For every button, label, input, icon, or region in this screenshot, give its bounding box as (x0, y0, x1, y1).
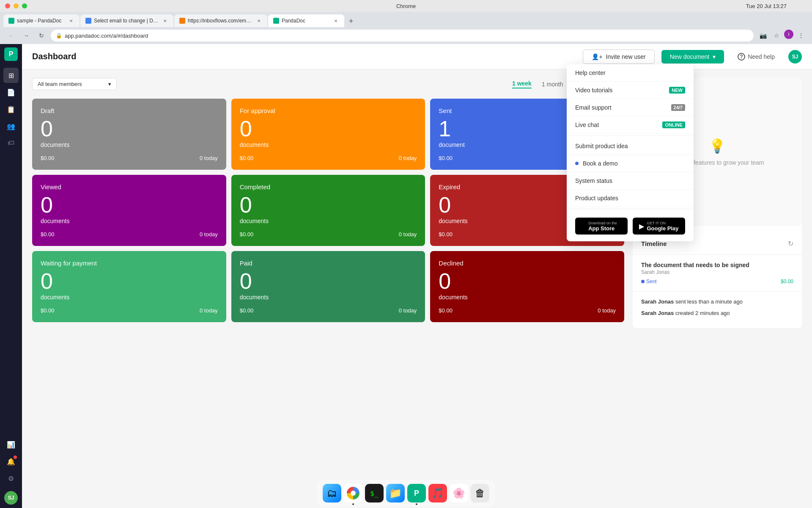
card-waiting-unit: documents (41, 294, 218, 301)
card-completed-today: 0 today (399, 231, 417, 237)
live-chat-label: Live chat (575, 121, 658, 128)
timeline-refresh-icon[interactable]: ↻ (788, 240, 793, 248)
card-viewed-title: Viewed (41, 183, 218, 190)
sidebar-item-reports[interactable]: 📊 (3, 437, 19, 452)
new-doc-label: New document (670, 53, 709, 60)
dock-chrome-icon[interactable] (344, 484, 362, 502)
url-bar[interactable]: 🔒 app.pandadoc.com/a/#/dashboard (51, 30, 754, 41)
close-button[interactable] (5, 3, 10, 8)
new-tab-button[interactable]: + (345, 15, 357, 27)
card-paid-count: 0 (240, 270, 417, 292)
stat-card-declined[interactable]: Declined 0 documents $0.00 0 today (430, 251, 624, 322)
sidebar-item-contacts[interactable]: 👥 (3, 119, 19, 134)
app-logo[interactable]: P (4, 47, 18, 61)
time-filter-1week[interactable]: 1 week (512, 80, 532, 88)
card-draft-title: Draft (41, 107, 218, 114)
email-support-item[interactable]: Email support 24/7 (567, 99, 694, 116)
settings-icon: ⚙ (8, 475, 14, 483)
stat-card-paid[interactable]: Paid 0 documents $0.00 0 today (231, 251, 425, 322)
submit-idea-item[interactable]: Submit product idea (567, 138, 694, 155)
tab-1-close[interactable]: ✕ (68, 17, 74, 24)
email-support-badge: 24/7 (671, 104, 685, 111)
card-waiting-today: 0 today (200, 307, 218, 314)
tab-3[interactable]: https://inboxflows.com/emails/... ✕ (174, 14, 267, 27)
tab-3-close[interactable]: ✕ (255, 17, 262, 24)
invite-user-button[interactable]: 👤+ Invite new user (583, 50, 654, 64)
reload-button[interactable]: ↻ (36, 30, 47, 41)
user-profile-icon[interactable]: I (784, 30, 793, 39)
back-button[interactable]: ← (5, 30, 17, 41)
dock-finder-icon[interactable]: 🗂 (323, 484, 341, 502)
dock-pandadoc-icon[interactable]: P (407, 484, 426, 502)
card-draft-today: 0 today (200, 155, 218, 161)
tab-1-label: sample - PandaDoc (17, 18, 65, 24)
card-approval-amount: $0.00 (240, 155, 254, 161)
user-plus-icon: 👤+ (592, 53, 602, 60)
sidebar-item-catalog[interactable]: 🏷 (3, 135, 19, 151)
card-declined-count: 0 (439, 270, 616, 292)
mac-dock: 🗂 $_ 📁 P 🎵 🌸 🗑 (317, 480, 495, 506)
video-tutorials-badge: NEW (669, 87, 685, 94)
filter-bar: All team members ▾ 1 week 1 month 3 mont… (32, 78, 624, 90)
product-updates-item[interactable]: Product updates (567, 190, 694, 207)
screenshot-icon[interactable]: 📷 (757, 30, 769, 41)
sidebar-item-settings[interactable]: ⚙ (3, 471, 19, 486)
maximize-button[interactable] (22, 3, 27, 8)
sidebar-item-documents[interactable]: 📄 (3, 85, 19, 100)
time-filter-1month[interactable]: 1 month (542, 81, 563, 88)
sidebar-user-avatar[interactable]: SJ (4, 491, 18, 505)
book-demo-dot (575, 162, 579, 165)
sidebar-item-dashboard[interactable]: ⊞ (3, 68, 19, 83)
stat-card-draft[interactable]: Draft 0 documents $0.00 0 today (32, 99, 226, 170)
team-filter-label: All team members (38, 81, 82, 87)
tab-2[interactable]: Select email to change | Djang... ✕ (80, 14, 173, 27)
timeline-doc[interactable]: The document that needs to be signed Sar… (633, 255, 802, 292)
team-filter[interactable]: All team members ▾ (32, 78, 117, 90)
google-play-text: GET IT ON Google Play (647, 221, 678, 232)
card-approval-footer: $0.00 0 today (240, 155, 417, 161)
page-title: Dashboard (32, 52, 576, 61)
help-center-item[interactable]: Help center (567, 64, 694, 82)
left-panel: All team members ▾ 1 week 1 month 3 mont… (32, 78, 624, 328)
mac-titlebar: Chrome Tue 20 Jul 13:27 (0, 0, 812, 12)
stat-card-waiting[interactable]: Waiting for payment 0 documents $0.00 0 … (32, 251, 226, 322)
tab-2-close[interactable]: ✕ (162, 17, 168, 24)
video-tutorials-item[interactable]: Video tutorials NEW (567, 82, 694, 99)
app-store-button[interactable]: Download on the App Store (575, 218, 628, 235)
star-icon[interactable]: ☆ (771, 30, 782, 41)
new-document-button[interactable]: New document ▾ (661, 50, 724, 64)
card-completed-count: 0 (240, 194, 417, 216)
dock-terminal-icon[interactable]: $_ (365, 484, 384, 502)
chrome-active-dot (352, 503, 354, 505)
forward-button[interactable]: → (20, 30, 32, 41)
need-help-button[interactable]: ? Need help (731, 50, 782, 64)
tab-bar: sample - PandaDoc ✕ Select email to chan… (0, 12, 812, 27)
menu-icon[interactable]: ⋮ (795, 30, 807, 41)
user-avatar-button[interactable]: SJ (788, 50, 802, 64)
product-updates-label: Product updates (575, 195, 685, 202)
dock-trash-icon[interactable]: 🗑 (471, 484, 489, 502)
stats-grid: Draft 0 documents $0.00 0 today For appr… (32, 99, 624, 322)
card-waiting-title: Waiting for payment (41, 260, 218, 267)
tab-4[interactable]: PandaDoc ✕ (268, 14, 344, 27)
sidebar-item-notifications[interactable]: 🔔 (3, 454, 19, 469)
dock-music-icon[interactable]: 🎵 (428, 484, 447, 502)
stat-card-completed[interactable]: Completed 0 documents $0.00 0 today (231, 175, 425, 246)
tab-1[interactable]: sample - PandaDoc ✕ (3, 14, 80, 27)
card-waiting-count: 0 (41, 270, 218, 292)
sidebar-item-templates[interactable]: 📋 (3, 102, 19, 117)
book-demo-item[interactable]: Book a demo (567, 155, 694, 172)
tab-3-label: https://inboxflows.com/emails/... (188, 18, 253, 24)
live-chat-badge: ONLINE (662, 121, 685, 128)
card-sent-amount: $0.00 (439, 155, 453, 161)
dock-folder-icon[interactable]: 📁 (386, 484, 405, 502)
tab-4-close[interactable]: ✕ (332, 17, 339, 24)
minimize-button[interactable] (14, 3, 19, 8)
stat-card-approval[interactable]: For approval 0 documents $0.00 0 today (231, 99, 425, 170)
live-chat-item[interactable]: Live chat ONLINE (567, 116, 694, 134)
dock-photos-icon[interactable]: 🌸 (450, 484, 468, 502)
system-status-item[interactable]: System status (567, 172, 694, 190)
stat-card-viewed[interactable]: Viewed 0 documents $0.00 0 today (32, 175, 226, 246)
card-draft-count: 0 (41, 118, 218, 140)
google-play-button[interactable]: ▶ GET IT ON Google Play (633, 218, 685, 235)
